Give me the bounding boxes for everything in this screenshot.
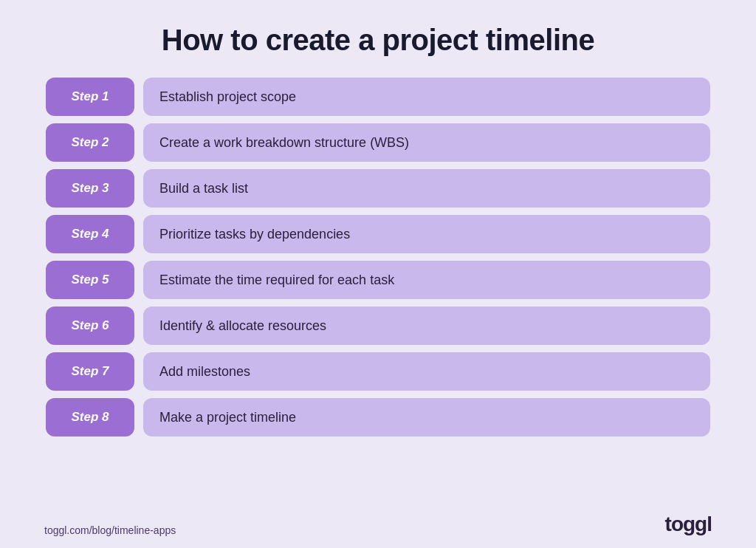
step-row: Step 6Identify & allocate resources xyxy=(46,306,710,345)
step-row: Step 1Establish project scope xyxy=(46,78,710,116)
step-label-2: Create a work breakdown structure (WBS) xyxy=(143,123,710,162)
step-row: Step 4Prioritize tasks by dependencies xyxy=(46,215,710,253)
step-badge-4: Step 4 xyxy=(46,215,134,253)
step-badge-1: Step 1 xyxy=(46,78,134,116)
step-label-3: Build a task list xyxy=(143,169,710,208)
step-label-7: Add milestones xyxy=(143,352,710,391)
step-badge-6: Step 6 xyxy=(46,306,134,345)
step-row: Step 5Estimate the time required for eac… xyxy=(46,261,710,299)
step-badge-2: Step 2 xyxy=(46,123,134,162)
page-wrapper: How to create a project timeline Step 1E… xyxy=(0,0,756,548)
step-badge-7: Step 7 xyxy=(46,352,134,391)
step-badge-3: Step 3 xyxy=(46,169,134,208)
step-label-6: Identify & allocate resources xyxy=(143,306,710,345)
step-row: Step 8Make a project timeline xyxy=(46,398,710,436)
footer-url: toggl.com/blog/timeline-apps xyxy=(44,524,176,536)
step-label-8: Make a project timeline xyxy=(143,398,710,436)
step-label-1: Establish project scope xyxy=(143,78,710,116)
step-label-4: Prioritize tasks by dependencies xyxy=(143,215,710,253)
step-badge-5: Step 5 xyxy=(46,261,134,299)
steps-container: Step 1Establish project scopeStep 2Creat… xyxy=(46,78,710,436)
toggl-logo: toggl xyxy=(665,513,712,536)
step-badge-8: Step 8 xyxy=(46,398,134,436)
step-row: Step 7Add milestones xyxy=(46,352,710,391)
footer: toggl.com/blog/timeline-apps toggl xyxy=(44,513,712,536)
step-label-5: Estimate the time required for each task xyxy=(143,261,710,299)
step-row: Step 2Create a work breakdown structure … xyxy=(46,123,710,162)
page-title: How to create a project timeline xyxy=(162,24,594,57)
step-row: Step 3Build a task list xyxy=(46,169,710,208)
